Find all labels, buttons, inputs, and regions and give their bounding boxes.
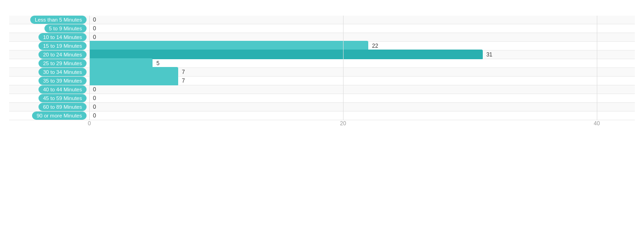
bar-fill [89, 76, 178, 86]
bar-value-label: 5 [156, 60, 159, 67]
labels-column: Less than 5 Minutes5 to 9 Minutes10 to 1… [9, 16, 89, 120]
label-cell: 10 to 14 Minutes [9, 33, 89, 42]
bar-cell: 0 [89, 112, 635, 120]
bar-value-label: 0 [93, 104, 96, 110]
gridline [343, 16, 344, 120]
bar-value-label: 0 [93, 86, 96, 93]
label-cell: 60 to 89 Minutes [9, 103, 89, 112]
label-cell: 35 to 39 Minutes [9, 77, 89, 85]
label-cell: 45 to 59 Minutes [9, 94, 89, 103]
bars-column: 00022315770000 [89, 16, 635, 120]
chart-inner: Less than 5 Minutes5 to 9 Minutes10 to 1… [9, 16, 635, 120]
bar-value-label: 31 [486, 51, 492, 58]
chart-container: Less than 5 Minutes5 to 9 Minutes10 to 1… [0, 0, 644, 240]
bar-cell: 0 [89, 103, 635, 112]
label-cell: 15 to 19 Minutes [9, 42, 89, 50]
x-axis-tick: 40 [594, 120, 600, 127]
bar-label-pill: 40 to 44 Minutes [38, 85, 87, 94]
bar-value-label: 0 [93, 25, 96, 32]
bar-value-label: 22 [372, 43, 378, 49]
bar-value-label: 0 [93, 34, 96, 40]
label-cell: Less than 5 Minutes [9, 16, 89, 24]
label-cell: 30 to 34 Minutes [9, 68, 89, 77]
bar-label-pill: 25 to 29 Minutes [38, 59, 87, 67]
bar-label-pill: 10 to 14 Minutes [38, 33, 87, 41]
bar-label-pill: 45 to 59 Minutes [38, 94, 87, 102]
bar-cell: 0 [89, 85, 635, 94]
gridline [89, 16, 90, 120]
bar-cell: 31 [89, 50, 635, 59]
label-cell: 5 to 9 Minutes [9, 24, 89, 33]
x-axis: 02040 [89, 120, 635, 134]
bar-value-label: 0 [93, 95, 96, 101]
bar-cell: 0 [89, 24, 635, 33]
bar-cell: 0 [89, 94, 635, 103]
label-cell: 40 to 44 Minutes [9, 85, 89, 94]
x-axis-tick: 0 [88, 120, 91, 127]
bar-label-pill: 90 or more Minutes [32, 112, 87, 120]
bar-value-label: 7 [182, 78, 185, 84]
bar-label-pill: 20 to 24 Minutes [38, 50, 87, 59]
bar-label-pill: 60 to 89 Minutes [38, 103, 87, 111]
label-cell: 90 or more Minutes [9, 112, 89, 120]
bar-value-label: 7 [182, 69, 185, 75]
bar-value-label: 0 [93, 112, 96, 119]
bar-label-pill: 15 to 19 Minutes [38, 42, 87, 50]
bar-label-pill: Less than 5 Minutes [30, 16, 87, 24]
label-cell: 25 to 29 Minutes [9, 59, 89, 68]
bar-label-pill: 30 to 34 Minutes [38, 68, 87, 76]
bar-cell: 7 [89, 77, 635, 85]
bar-label-pill: 35 to 39 Minutes [38, 77, 87, 85]
bar-label-pill: 5 to 9 Minutes [44, 24, 87, 33]
bar-value-label: 0 [93, 17, 96, 23]
label-cell: 20 to 24 Minutes [9, 50, 89, 59]
gridline [597, 16, 597, 120]
x-axis-tick: 20 [340, 120, 346, 127]
bar-cell: 0 [89, 16, 635, 24]
